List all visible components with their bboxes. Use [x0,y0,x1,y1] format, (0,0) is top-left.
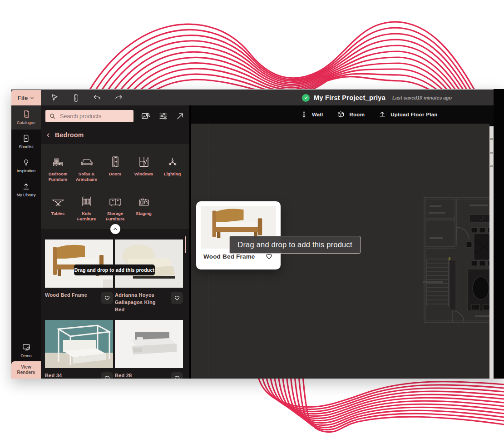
tool-label: Room [349,112,365,117]
sidebar-item-demo[interactable]: Demo [11,339,41,361]
category-sofas-armchairs[interactable]: Sofas & Armchairs [72,155,101,183]
product-name: Adrianna Hoyos Gallapagos King Bed [115,292,166,314]
product-card-bed-28[interactable]: Bed 28 [115,320,183,379]
product-card-wood-bed-frame[interactable]: Wood Bed Frame [45,239,113,314]
image-search-icon [140,111,151,121]
room-tool-button[interactable]: Room [336,110,365,119]
door-icon [111,155,120,168]
sidebar-item-catalogue[interactable]: Catalogue [11,105,41,130]
heart-icon [173,375,181,379]
table-icon [51,195,65,207]
sidebar-spacer [11,202,41,339]
category-header-label: Bedroom [55,131,84,139]
panel-scrollbar[interactable] [185,236,186,253]
lighting-icon [166,155,179,168]
category-lighting[interactable]: Lighting [158,155,187,183]
category-back-header[interactable]: Bedroom [41,128,189,144]
view-renders-button[interactable]: View Renders [11,361,41,379]
category-tables[interactable]: Tables [44,195,72,222]
measure-tool-button[interactable] [71,94,80,102]
filters-button[interactable] [158,111,168,121]
search-icon [49,113,56,120]
catalogue-panel: Bedroom Bedroom Furniture [41,105,191,379]
tool-label: Upload Floor Plan [390,112,438,117]
category-kids-furniture[interactable]: Kids Furniture [72,195,101,222]
canvas-toolbar: Wall Room Upload Floor Plan [191,105,504,124]
product-card-adrianna-king-bed[interactable]: Adrianna Hoyos Gallapagos King Bed [115,239,183,314]
shortlist-icon [22,134,30,143]
heart-icon [104,375,111,379]
project-info: My First Project_priya Last saved10 minu… [302,90,452,105]
sidebar-label: Shortlist [19,145,34,150]
search-input[interactable] [59,113,129,120]
undo-button[interactable] [92,93,102,102]
undo-icon [92,93,102,102]
floor-plan[interactable] [420,192,489,328]
drag-preview-card[interactable]: Wood Bed Frame [196,201,281,269]
cursor-tool-button[interactable] [50,93,59,102]
category-label: Storage Furniture [101,211,129,222]
redo-button[interactable] [114,93,124,102]
titlebar-tools [41,90,124,105]
tool-label: Wall [312,112,323,117]
subcategory-grid: Bedroom Furniture Sofas & Armchairs [44,155,187,222]
category-staging[interactable]: Staging [129,195,158,222]
search-box[interactable] [45,110,133,122]
category-label: Lighting [164,171,181,177]
last-saved-status: Last saved10 minutes ago [392,95,452,100]
image-search-button[interactable] [140,111,151,121]
redo-icon [114,93,124,102]
floor-plan-edge [489,126,494,379]
favorite-button[interactable] [171,372,183,379]
sidebar-label: Demo [20,354,31,359]
upload-floor-plan-button[interactable]: Upload Floor Plan [378,110,438,119]
title-bar: File [11,89,504,105]
collapse-panel-button[interactable] [175,112,185,121]
product-photo-gray-bed [115,320,183,368]
collapse-categories-button[interactable] [110,224,120,234]
drag-hint-tooltip-small: Drag and drop to add this product [74,264,155,275]
heart-icon [173,294,181,301]
search-row [41,105,189,128]
saved-check-icon [302,94,310,102]
sidebar-item-my-library[interactable]: My Library [11,178,41,202]
room-icon [336,110,345,119]
category-storage-furniture[interactable]: Storage Furniture [101,195,129,222]
product-list: Wood Bed Frame [41,234,189,379]
inspiration-icon [22,158,30,167]
sidebar-item-inspiration[interactable]: Inspiration [11,154,41,178]
project-title[interactable]: My First Project_priya [314,94,385,101]
sidebar-item-shortlist[interactable]: Shortlist [11,130,41,154]
file-menu-label: File [18,95,28,101]
file-menu-button[interactable]: File [11,90,41,105]
favorite-button[interactable] [101,372,113,379]
cursor-icon [50,93,59,102]
category-doors[interactable]: Doors [101,155,129,183]
demo-icon [22,343,31,352]
subcategory-section: Bedroom Furniture Sofas & Armchairs [41,144,189,229]
page: File [0,0,504,444]
category-label: Bedroom Furniture [44,171,72,183]
upload-icon [378,110,386,119]
category-label: Windows [134,171,153,177]
sidebar-label: Catalogue [17,121,35,125]
view-renders-label: View Renders [15,364,38,376]
category-windows[interactable]: Windows [129,155,158,183]
category-label: Staging [136,211,152,216]
sidebar-label: My Library [16,193,35,198]
bedroom-furniture-icon [52,155,64,168]
back-chevron-icon [45,132,51,138]
wall-tool-button[interactable]: Wall [300,110,323,119]
chevron-up-icon [113,226,118,232]
crib-icon [81,195,93,207]
product-name: Wood Bed Frame [45,292,87,299]
sofa-icon [80,155,94,168]
favorite-button[interactable] [171,292,183,304]
favorite-button[interactable] [101,292,113,304]
category-label: Sofas & Armchairs [72,171,101,183]
product-photo-cream-bed [115,239,183,288]
category-bedroom-furniture[interactable]: Bedroom Furniture [44,155,72,183]
product-card-bed-34[interactable]: Bed 34 [45,320,113,379]
product-photo-wooden-bed [45,239,113,288]
cabinet-icon [109,195,122,207]
